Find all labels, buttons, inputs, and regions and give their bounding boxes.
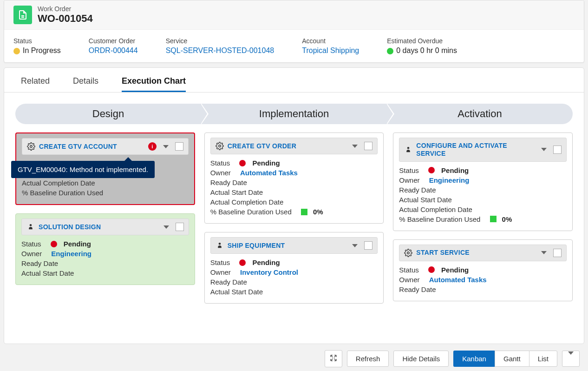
task-checkbox[interactable] [553,146,562,154]
task-checkbox[interactable] [553,249,562,257]
column-design: CREATE GTV ACCOUNT i GTV_EM00040: Method… [15,132,195,304]
owner-link[interactable]: Automated Tasks [240,169,298,177]
task-title-link[interactable]: CONFIGURE AND ACTIVATE SERVICE [416,142,535,158]
task-configure-activate-service[interactable]: CONFIGURE AND ACTIVATE SERVICE Status Pe… [393,132,573,231]
task-title-link[interactable]: START SERVICE [416,249,535,257]
owner-link[interactable]: Engineering [51,250,91,258]
stage-design[interactable]: Design [15,104,201,124]
status-dot-yellow [13,48,20,54]
stage-bar: Design Implementation Activation [15,104,573,124]
work-order-icon [13,6,32,24]
status-dot-green [387,48,393,54]
person-icon [404,146,412,154]
field-overdue: Estimated Overdue 0 days 0 hr 0 mins [387,37,457,55]
kanban-columns: CREATE GTV ACCOUNT i GTV_EM00040: Method… [4,130,584,306]
record-number: WO-001054 [38,13,93,25]
task-title-link[interactable]: CREATE GTV ACCOUNT [39,143,144,151]
chevron-down-icon[interactable] [163,225,169,229]
status-dot-red [428,167,435,173]
tabs: Related Details Execution Chart [4,68,584,93]
task-title-link[interactable]: SOLUTION DESIGN [39,223,157,231]
field-customer-order: Customer Order ORDR-000444 [89,37,138,55]
field-status: Status In Progress [13,37,61,55]
person-icon [216,241,224,250]
task-header: CONFIGURE AND ACTIVATE SERVICE [399,138,567,162]
task-header: SOLUTION DESIGN [21,219,189,235]
gear-icon [27,142,35,151]
task-header: SHIP EQUIPMENT [210,237,378,254]
column-implementation: CREATE GTV ORDER Status Pending Owner Au… [204,132,384,304]
task-checkbox[interactable] [364,142,372,150]
svg-point-1 [30,224,32,226]
status-dot-red [428,266,435,273]
svg-point-3 [218,243,221,245]
customer-order-link[interactable]: ORDR-000444 [89,46,138,55]
task-header: START SERVICE [399,245,567,261]
person-icon [26,223,35,231]
pct-indicator [490,216,497,222]
chevron-down-icon[interactable] [352,244,358,247]
chevron-down-icon[interactable] [541,251,547,254]
error-badge[interactable]: i [148,142,157,151]
svg-point-2 [218,145,221,147]
header-fields: Status In Progress Customer Order ORDR-0… [4,30,584,62]
record-type-label: Work Order [38,5,93,13]
svg-point-4 [407,147,410,149]
tab-execution-chart[interactable]: Execution Chart [122,76,186,92]
header-title-row: Work Order WO-001054 [4,0,584,30]
stage-activation[interactable]: Activation [387,104,573,124]
chevron-down-icon[interactable] [163,145,169,148]
tab-related[interactable]: Related [21,76,50,92]
work-order-header: Work Order WO-001054 Status In Progress … [4,0,584,63]
task-header: CREATE GTV ORDER [210,138,378,154]
owner-link[interactable]: Engineering [429,176,470,184]
field-account: Account Tropical Shipping [302,37,359,55]
pct-indicator [301,209,307,215]
status-dot-red [239,259,246,266]
tab-details[interactable]: Details [73,76,98,92]
status-dot-red [51,241,57,247]
task-create-gtv-order[interactable]: CREATE GTV ORDER Status Pending Owner Au… [204,132,384,224]
task-title-link[interactable]: CREATE GTV ORDER [228,142,346,150]
task-header: CREATE GTV ACCOUNT i GTV_EM00040: Method… [22,138,189,155]
service-link[interactable]: SQL-SERVER-HOSTED-001048 [166,46,274,55]
stage-implementation[interactable]: Implementation [201,104,387,124]
task-solution-design[interactable]: SOLUTION DESIGN Status Pending Owner Eng… [15,213,195,285]
account-link[interactable]: Tropical Shipping [302,46,359,55]
error-tooltip: GTV_EM00040: Method not implemented. [11,161,155,178]
task-start-service[interactable]: START SERVICE Status Pending Owner Autom… [393,239,573,301]
owner-link[interactable]: Inventory Control [240,268,298,276]
svg-point-5 [407,252,410,254]
chevron-down-icon[interactable] [352,145,358,148]
task-title-link[interactable]: SHIP EQUIPMENT [228,242,346,250]
column-activation: CONFIGURE AND ACTIVATE SERVICE Status Pe… [393,132,573,304]
execution-panel: Related Details Execution Chart Design I… [4,67,584,344]
task-create-gtv-account[interactable]: CREATE GTV ACCOUNT i GTV_EM00040: Method… [15,132,195,205]
status-dot-red [239,160,246,166]
owner-link[interactable]: Automated Tasks [429,276,487,284]
gear-icon [216,142,224,150]
chevron-down-icon[interactable] [541,148,547,151]
gear-icon [404,249,412,257]
task-checkbox[interactable] [364,241,372,250]
field-service: Service SQL-SERVER-HOSTED-001048 [166,37,274,55]
task-checkbox[interactable] [176,223,184,231]
svg-point-0 [30,146,33,148]
task-checkbox[interactable] [175,142,183,151]
task-ship-equipment[interactable]: SHIP EQUIPMENT Status Pending Owner Inve… [204,232,384,304]
